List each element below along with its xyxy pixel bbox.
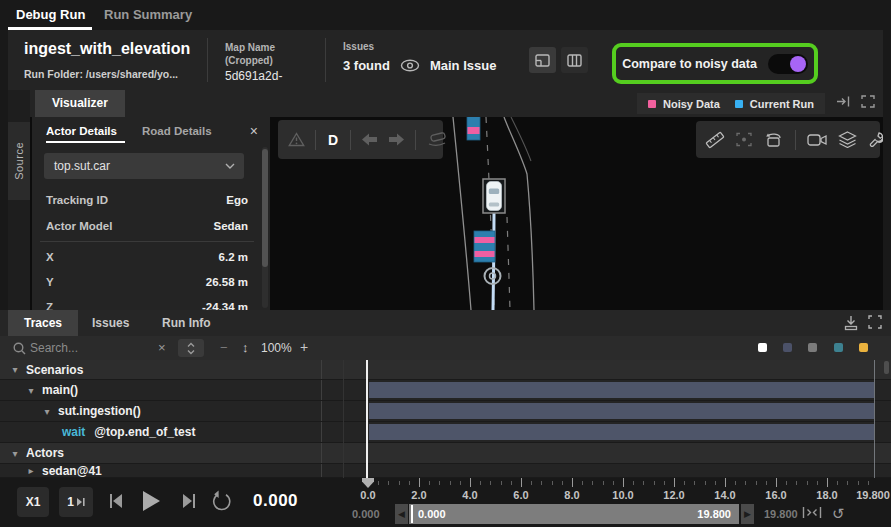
step-size-button[interactable]: 1 — [59, 487, 93, 517]
fullscreen-icon[interactable] — [861, 95, 875, 108]
timeline-track[interactable] — [322, 401, 891, 421]
play-icon[interactable] — [141, 490, 161, 512]
step-label: 1 — [67, 495, 74, 509]
range-bar[interactable]: 0.000 19.800 — [409, 504, 739, 524]
zoom-out-button[interactable]: − — [220, 336, 228, 360]
tab-issues[interactable]: Issues — [76, 310, 145, 336]
tick-label: 14.0 — [714, 489, 735, 501]
compare-toggle[interactable] — [768, 54, 808, 74]
tree-row-actors[interactable]: ▾ Actors — [0, 443, 891, 464]
scrollbar-thumb[interactable] — [262, 149, 268, 267]
map-viewport[interactable]: D — [30, 117, 883, 310]
car-skid-icon[interactable] — [426, 132, 448, 147]
eye-icon[interactable] — [400, 59, 420, 72]
search-input[interactable] — [30, 338, 156, 358]
layout-split-side-button[interactable] — [561, 47, 588, 73]
fit-range-icon[interactable] — [802, 506, 822, 519]
caret-right-icon[interactable]: ▸ — [26, 465, 36, 476]
timeline-track[interactable] — [322, 380, 891, 400]
header-divider — [325, 38, 326, 82]
collapse-panel-icon[interactable] — [836, 95, 851, 108]
ruler-icon[interactable] — [705, 131, 725, 149]
scrub-right-button[interactable]: ▶ — [741, 504, 754, 524]
trace-swatch-teal[interactable] — [834, 343, 843, 352]
map-name-value: 5d691a2d- — [225, 69, 282, 83]
actor-selector-dropdown[interactable]: top.sut.car — [44, 153, 244, 179]
timeline-track[interactable] — [322, 464, 891, 477]
transport-bar: X1 1 0.000 0.0 2.0 4.0 6.0 8.0 10.0 12 — [0, 478, 891, 527]
hazard-icon[interactable] — [288, 132, 305, 147]
run-title: ingest_with_elevation — [24, 40, 190, 58]
tree-row-wait[interactable]: wait @top.end_of_test — [0, 422, 891, 443]
replay-icon[interactable] — [210, 490, 233, 513]
trace-bar[interactable] — [369, 424, 874, 440]
follow-rotate-icon[interactable] — [763, 132, 784, 148]
traces-timeline-grid: ▾ Scenarios ▾ main() ▾ sut.ingestion() w… — [0, 360, 891, 478]
scrub-left-button[interactable]: ◀ — [395, 504, 408, 524]
caret-down-icon[interactable]: ▾ — [10, 364, 20, 375]
row-label: Tracking ID — [46, 194, 108, 206]
wrench-icon[interactable] — [868, 131, 883, 148]
tab-road-details[interactable]: Road Details — [142, 117, 212, 145]
scrollbar-thumb[interactable] — [884, 361, 889, 374]
scrollbar[interactable] — [262, 147, 268, 308]
active-tab-underline — [46, 141, 125, 143]
reset-range-icon[interactable]: ↺ — [832, 504, 845, 524]
trace-bar[interactable] — [369, 403, 874, 419]
tab-source[interactable]: Source — [8, 122, 30, 200]
tree-row-sut-ingestion[interactable]: ▾ sut.ingestion() — [0, 401, 891, 422]
timeline-track[interactable] — [322, 443, 891, 463]
row-value: Ego — [226, 194, 248, 206]
zoom-in-button[interactable]: + — [300, 336, 308, 360]
layers-icon[interactable] — [838, 131, 857, 148]
expand-collapse-all-button[interactable] — [178, 339, 204, 357]
trace-swatch-gray[interactable] — [808, 343, 817, 352]
trace-swatch-slate[interactable] — [783, 343, 792, 352]
prev-arrow-icon[interactable] — [361, 133, 378, 146]
tab-run-info[interactable]: Run Info — [146, 310, 227, 336]
traces-tab-bar: Traces Issues Run Info — [0, 310, 891, 336]
trace-swatch-yellow[interactable] — [859, 343, 868, 352]
main-issue-link[interactable]: Main Issue — [430, 58, 496, 73]
download-icon[interactable] — [843, 315, 859, 331]
tick-label: 2.0 — [411, 489, 426, 501]
tab-visualizer[interactable]: Visualizer — [35, 90, 125, 117]
tree-row-sedan[interactable]: ▸ sedan@41 — [0, 464, 891, 478]
timeline-ruler[interactable]: 0.0 2.0 4.0 6.0 8.0 10.0 12.0 14.0 16.0 … — [340, 478, 891, 527]
tab-traces[interactable]: Traces — [8, 310, 78, 336]
camera-icon[interactable] — [807, 133, 827, 147]
tree-row-scenarios[interactable]: ▾ Scenarios — [0, 360, 891, 380]
ego-vehicle — [483, 179, 505, 213]
tree-label: Actors — [26, 446, 64, 460]
close-icon[interactable]: × — [250, 117, 258, 145]
caret-down-icon[interactable]: ▾ — [10, 448, 20, 459]
tree-row-main[interactable]: ▾ main() — [0, 380, 891, 401]
speed-label: X1 — [26, 495, 41, 509]
timeline-track[interactable] — [322, 422, 891, 442]
layout-split-bottom-button[interactable] — [529, 47, 556, 73]
row-label: Z — [46, 301, 53, 310]
caret-down-icon[interactable]: ▾ — [26, 385, 36, 396]
trace-bar[interactable] — [369, 382, 874, 398]
visualizer-legend: Noisy Data Current Run — [637, 93, 825, 114]
caret-down-icon[interactable]: ▾ — [42, 406, 52, 417]
playback-speed-button[interactable]: X1 — [17, 487, 49, 517]
skip-to-end-icon[interactable] — [181, 492, 197, 510]
actor-row-actor-model: Actor Model Sedan — [46, 213, 248, 239]
tab-run-summary[interactable]: Run Summary — [104, 0, 192, 30]
top-tab-bar: Debug Run Run Summary — [0, 0, 891, 30]
next-arrow-icon[interactable] — [388, 133, 405, 146]
skip-to-start-icon[interactable] — [108, 492, 124, 510]
timeline-track[interactable] — [322, 360, 891, 379]
row-label: Y — [46, 276, 54, 288]
fit-height-button[interactable]: ↕ — [242, 336, 249, 360]
fullscreen-icon[interactable] — [868, 315, 882, 329]
debug-mode-button[interactable]: D — [326, 132, 340, 148]
clear-search-icon[interactable]: × — [158, 336, 166, 360]
playhead-line[interactable] — [366, 360, 368, 478]
search-icon — [13, 342, 26, 355]
tree-label: @top.end_of_test — [94, 425, 195, 439]
focus-target-icon[interactable] — [736, 132, 752, 147]
trace-swatch-white[interactable] — [758, 343, 767, 352]
tab-debug-run[interactable]: Debug Run — [16, 0, 85, 30]
